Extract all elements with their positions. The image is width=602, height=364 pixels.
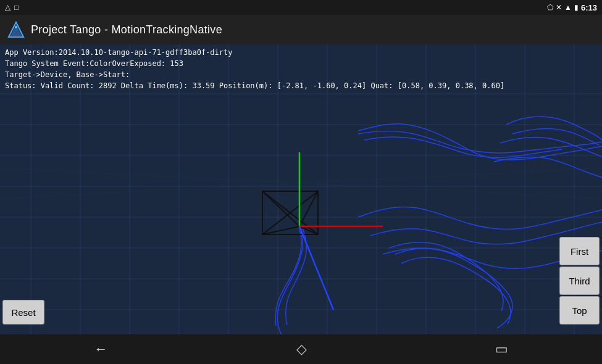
home-button[interactable]: ◇ — [296, 341, 307, 357]
svg-line-27 — [299, 191, 318, 226]
svg-line-34 — [299, 226, 333, 310]
info-line-3: Target->Device, Base->Start: — [5, 69, 504, 80]
reset-button[interactable]: Reset — [2, 300, 44, 325]
clock: 6:13 — [581, 3, 597, 12]
bluetooth-icon: ⬠ — [547, 3, 553, 12]
status-bar: △ □ ⬠ ✕ ▲ ▮ 6:13 — [0, 0, 602, 15]
notification-icon-1: △ — [5, 3, 10, 12]
wifi-icon: ▲ — [564, 3, 572, 12]
back-button[interactable]: ← — [94, 341, 108, 357]
camera-view-buttons: First Third Top — [559, 237, 602, 327]
top-view-button[interactable]: Top — [559, 296, 600, 325]
first-view-button[interactable]: First — [559, 237, 600, 265]
bottom-navigation-bar: ← ◇ ▭ — [0, 334, 602, 364]
svg-line-26 — [262, 191, 299, 226]
notification-icon-2: □ — [14, 3, 19, 12]
third-view-button[interactable]: Third — [559, 267, 600, 295]
info-line-2: Tango System Event:ColorOverExposed: 153 — [5, 58, 504, 69]
info-line-1: App Version:2014.10.10-tango-api-71-gdff… — [5, 47, 504, 58]
battery-icon: ▮ — [574, 3, 579, 12]
title-bar: Project Tango - MotionTrackingNative — [0, 15, 602, 44]
info-line-4: Status: Valid Count: 2892 Delta Time(ms)… — [5, 80, 504, 91]
svg-point-2 — [15, 26, 17, 28]
app-logo — [7, 21, 25, 38]
recents-button[interactable]: ▭ — [495, 341, 508, 357]
signal-icon: ✕ — [556, 3, 562, 12]
info-overlay: App Version:2014.10.10-tango-api-71-gdff… — [0, 44, 509, 94]
app-title: Project Tango - MotionTrackingNative — [31, 23, 222, 36]
